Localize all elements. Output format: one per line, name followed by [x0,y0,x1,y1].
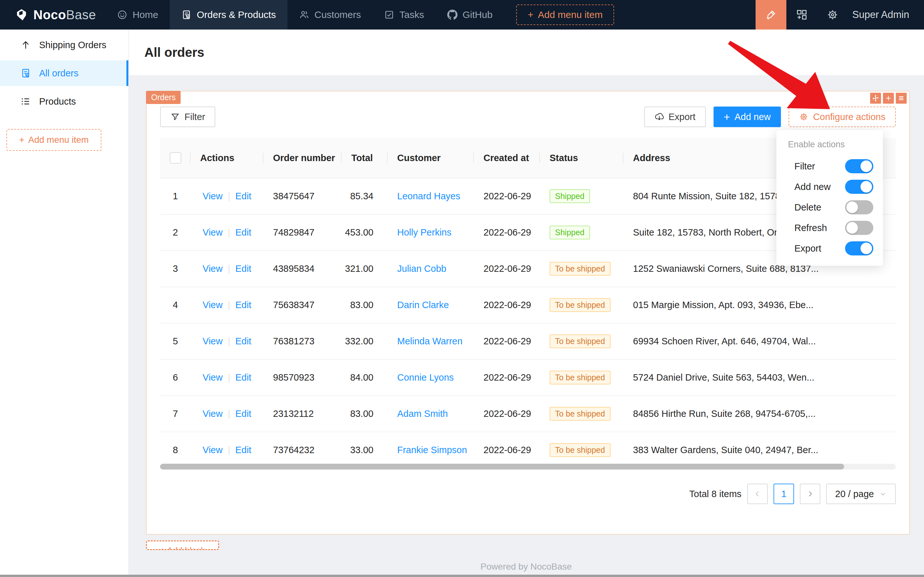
view-link[interactable]: View [203,191,223,201]
enable-action-row: Delete [776,197,883,218]
customer-cell: Leonard Hayes [388,191,474,201]
toggle-refresh[interactable] [845,221,873,235]
address-cell: 015 Margie Mission, Apt. 093, 34936, Ebe… [623,300,896,310]
add-menu-item-button-top[interactable]: + Add menu item [516,5,614,25]
export-button[interactable]: Export [644,106,706,127]
toggle-delete[interactable] [845,200,873,214]
view-link[interactable]: View [203,409,223,419]
edit-link[interactable]: Edit [235,300,251,310]
toggle-knob [860,160,872,172]
ui-editor-button[interactable] [755,0,786,29]
view-link[interactable]: View [203,372,223,383]
view-link[interactable]: View [203,445,223,455]
customer-link[interactable]: Connie Lyons [397,372,454,383]
sidebar: Shipping Orders All orders Products + Ad… [0,29,129,577]
customer-link[interactable]: Julian Cobb [397,263,446,274]
status-tag: To be shipped [550,334,610,348]
nocobase-logo[interactable]: NocoBase [15,8,96,22]
toggle-export[interactable] [845,241,873,255]
view-link[interactable]: View [203,336,223,347]
total-cell: 332.00 [342,336,388,347]
block-add-icon[interactable] [883,93,894,104]
customer-link[interactable]: Darin Clarke [397,300,449,310]
next-page-button[interactable] [800,484,820,504]
table-row[interactable]: 7View|Edit2313211283.00Adam Smith2022-06… [160,396,896,432]
table-row[interactable]: 4View|Edit7563834783.00Darin Clarke2022-… [160,287,896,324]
column-header-label: Address [633,153,670,163]
window-bottom-scrollbar[interactable] [0,575,924,577]
view-link[interactable]: View [203,263,223,274]
sidebar-item-all-orders[interactable]: All orders [0,60,128,86]
page-number-button[interactable]: 1 [774,484,794,504]
row-index-cell: 3 [160,263,191,274]
customer-link[interactable]: Holly Perkins [397,227,451,238]
actions-divider: | [228,191,230,201]
nocobase-logo-icon [15,8,28,21]
actions-divider: | [228,372,230,383]
user-menu[interactable]: Super Admin [852,9,910,21]
customer-link[interactable]: Leonard Hayes [397,191,460,201]
plugin-blocks-button[interactable] [786,0,817,29]
table-horizontal-scrollbar[interactable] [160,464,896,469]
edit-link[interactable]: Edit [235,445,251,455]
menu-item-tasks[interactable]: Tasks [372,0,436,29]
edit-link[interactable]: Edit [235,227,251,238]
enable-action-row: Add new [776,177,883,197]
total-cell: 84.00 [342,372,388,383]
pagination-total: Total 8 items [689,489,741,499]
add-menu-item-button-side[interactable]: + Add menu item [6,129,101,151]
sidebar-item-label: Products [39,96,76,107]
add-new-button[interactable]: + Add new [713,106,781,127]
column-header-created-at: Created at [474,138,540,178]
table-toolbar: Filter Export + Add new [160,106,896,127]
edit-link[interactable]: Edit [235,191,251,201]
page-size-value: 20 / page [835,489,874,499]
select-all-checkbox[interactable] [170,152,181,164]
table-row[interactable]: 5View|Edit76381273332.00Melinda Warren20… [160,324,896,360]
created-at-cell: 2022-06-29 [474,263,540,274]
prev-page-button[interactable] [747,484,768,504]
edit-link[interactable]: Edit [235,409,251,419]
status-tag: To be shipped [550,443,610,457]
customer-link[interactable]: Melinda Warren [397,336,463,347]
status-cell: To be shipped [540,262,623,276]
table-row[interactable]: 8View|Edit7376423233.00Frankie Simpson20… [160,432,896,469]
edit-link[interactable]: Edit [235,263,251,274]
view-link[interactable]: View [203,300,223,310]
order-number-cell: 73764232 [263,445,342,455]
row-actions-cell: View|Edit [191,191,263,201]
status-tag: To be shipped [550,298,610,312]
toggle-filter[interactable] [845,159,873,173]
toggle-add-new[interactable] [845,180,873,194]
menu-item-github[interactable]: GitHub [436,0,504,29]
settings-button[interactable] [817,0,848,29]
smile-icon [117,10,127,20]
menu-item-label: Home [132,9,158,20]
drag-handle-icon[interactable] [870,93,881,104]
actions-divider: | [228,300,230,310]
menu-item-customers[interactable]: Customers [288,0,372,29]
view-link[interactable]: View [203,227,223,238]
menu-item-home[interactable]: Home [106,0,170,29]
sidebar-item-products[interactable]: Products [0,89,128,114]
filter-button[interactable]: Filter [160,106,215,127]
scrollbar-thumb[interactable] [160,464,844,469]
edit-link[interactable]: Edit [235,372,251,383]
total-cell: 453.00 [342,227,388,238]
gear-icon [799,112,808,122]
sidebar-item-shipping-orders[interactable]: Shipping Orders [0,32,128,58]
add-block-button[interactable]: + Add block [146,540,219,550]
configure-actions-button[interactable]: Configure actions [789,106,896,127]
menu-item-orders-products[interactable]: Orders & Products [170,0,288,29]
edit-link[interactable]: Edit [235,336,251,347]
block-menu-icon[interactable] [896,93,907,104]
customer-link[interactable]: Frankie Simpson [397,445,467,455]
page-size-select[interactable]: 20 / page [826,484,896,504]
actions-divider: | [228,227,230,238]
table-row[interactable]: 6View|Edit9857092384.00Connie Lyons2022-… [160,360,896,396]
order-number-cell: 43895834 [263,263,342,274]
customer-cell: Darin Clarke [388,300,474,310]
column-header-customer: Customer [388,138,474,178]
enable-action-row: Export [776,238,883,259]
customer-link[interactable]: Adam Smith [397,409,448,419]
